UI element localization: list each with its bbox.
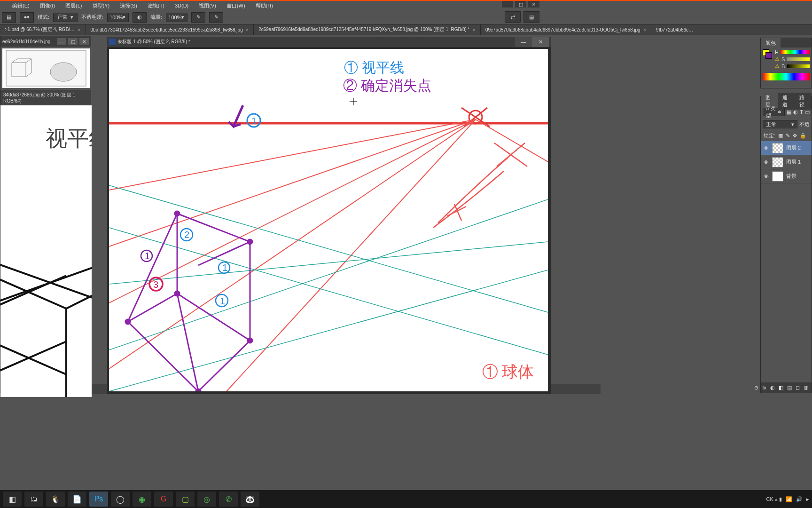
tab-paths[interactable]: 路径 [795,93,812,110]
color-panel[interactable]: 颜色 H ⚠S ⚠B [760,38,812,88]
minimize-button[interactable]: — [502,1,513,8]
close-icon[interactable]: × [246,27,249,32]
layer-thumbnail[interactable] [772,171,783,182]
layer-row[interactable]: 👁背景 [761,169,812,183]
doc-tab-3[interactable]: 2c69aaf796916fe5dd9a88ec1989cd7125445af4… [254,24,481,35]
layer-name[interactable]: 图层 2 [786,144,801,151]
taskbar-app-3[interactable]: ◎ [197,492,216,507]
menu-window[interactable]: 窗口(W) [223,1,249,10]
float-window-titlebar[interactable]: ed62a61fd3104e1b.jpg — ▢ ✕ [0,36,91,47]
main-doc-titlebar[interactable]: 未标题-1 @ 50% (图层 2, RGB/8) * — ✕ [107,37,551,47]
minimize-button[interactable]: — [515,37,532,47]
mask-icon[interactable]: ◐ [770,385,775,391]
adjust-icon[interactable]: ◧ [779,385,783,391]
doc-tab-5[interactable]: 9fb772a04b66c… [651,24,698,35]
taskbar-browser[interactable]: ◉ [133,492,151,507]
menu-image[interactable]: 图像(I) [36,1,59,10]
b-slider[interactable] [787,64,810,68]
network-icon[interactable]: 📶 [786,496,792,502]
close-button[interactable]: ✕ [528,1,539,8]
filter-pixel-icon[interactable]: ▦ [787,109,791,115]
flow-input[interactable]: 100%▾ [166,13,187,22]
minimize-button[interactable]: — [57,38,66,45]
menu-3d[interactable]: 3D(D) [171,2,192,9]
close-button[interactable]: ✕ [79,38,89,45]
menu-help[interactable]: 帮助(H) [252,1,277,10]
new-layer-icon[interactable]: ◻ [796,385,800,391]
brush-preset-icon[interactable]: ●▾ [20,12,34,23]
menu-type[interactable]: 类型(Y) [89,1,114,10]
tool-preset-icon[interactable]: ▤ [2,12,16,23]
layer-thumbnail[interactable] [772,157,783,167]
lock-paint-icon[interactable]: ✎ [786,133,790,139]
tab-channels[interactable]: 通道 [778,93,795,110]
taskbar-photoshop[interactable]: Ps [89,492,108,507]
collapse-left-icon[interactable]: ⇄ [505,11,521,23]
menu-view[interactable]: 视图(V) [195,1,220,10]
start-button[interactable]: ◧ [3,492,22,507]
visibility-icon[interactable]: 👁 [763,145,769,151]
pressure-size-icon[interactable]: ✎̲ [209,12,223,23]
taskbar-notes[interactable]: 📄 [68,492,86,507]
airbrush-icon[interactable]: ✎ [191,12,205,23]
taskbar-music[interactable]: G [154,492,173,507]
filter-type-icon[interactable]: T [800,109,803,115]
system-tray[interactable]: CK ▵ ▮ 📶 🔊 ▸ [766,496,809,502]
color-tab[interactable]: 颜色 [761,38,781,48]
windows-taskbar[interactable]: ◧ 🗂 🐧 📄 Ps ◯ ◉ G ▢ ◎ ✆ 🐼 CK ▵ ▮ 📶 🔊 ▸ [0,490,812,508]
taskbar-qq[interactable]: 🐧 [46,492,65,507]
tray-more-icon[interactable]: ▸ [806,496,809,502]
link-icon[interactable]: ⊖ [754,385,758,391]
close-button[interactable]: ✕ [532,37,549,47]
reference-image-window[interactable]: ed62a61fd3104e1b.jpg — ▢ ✕ 840da872686.j… [0,36,91,393]
fx-icon[interactable]: fx [762,385,766,390]
close-icon[interactable]: × [643,27,646,32]
visibility-icon[interactable]: 👁 [763,174,769,179]
main-canvas[interactable]: 1 2 1 3 1 1 ① 视平线 ② 确定消失点 ① 球体 [109,49,548,391]
layer-thumbnail[interactable] [772,143,783,153]
layer-name[interactable]: 图层 1 [786,159,801,166]
main-document-window[interactable]: 未标题-1 @ 50% (图层 2, RGB/8) * — ✕ [107,37,551,394]
blend-mode-select[interactable]: 正常 ▾ [53,13,78,22]
blend-mode[interactable]: 正常▾ [763,120,797,128]
close-icon[interactable]: × [78,27,80,32]
s-slider[interactable] [787,57,810,61]
menu-filter[interactable]: 滤镜(T) [144,1,168,10]
layer-row[interactable]: 👁图层 2 [761,141,812,155]
float-title-2[interactable]: 840da872686.jpg @ 300% (图层 1, RGB/8#) [0,90,91,105]
h-slider[interactable] [781,50,810,54]
background-swatch[interactable] [765,52,772,59]
menu-select[interactable]: 选择(S) [116,1,141,10]
maximize-button[interactable]: ▢ [68,38,78,45]
taskbar-wechat[interactable]: ✆ [219,492,238,507]
volume-icon[interactable]: 🔊 [796,496,803,502]
doc-tab-2[interactable]: 0bafdb17304f172453aab25deebdfaec5cc2233c… [86,24,254,35]
pressure-opacity-icon[interactable]: ◐ [133,12,147,23]
layer-row[interactable]: 👁图层 1 [761,155,812,169]
color-ramp[interactable] [763,73,810,80]
lock-trans-icon[interactable]: ▦ [778,133,783,139]
taskbar-explorer[interactable]: 🗂 [24,492,43,507]
opacity-input[interactable]: 100%▾ [107,13,129,22]
layer-list: 👁图层 2👁图层 1👁背景 [761,141,812,183]
taskbar-app-4[interactable]: 🐼 [241,492,259,507]
layers-panel[interactable]: 图层 通道 路径 ⌕ 类型≑ ▦ ◐ T ▭ 正常▾ 不透 锁定: ▦ ✎ ✥ … [760,96,812,393]
lock-all-icon[interactable]: 🔒 [800,133,806,139]
group-icon[interactable]: ▤ [787,385,792,391]
doc-tab-4[interactable]: 09c7ad570fa3b68abab4afd6897dbbb39e4c2d3c… [481,24,651,35]
filter-adjust-icon[interactable]: ◐ [793,109,798,115]
layer-name[interactable]: 背景 [786,173,796,180]
collapse-right-icon[interactable]: ▤ [523,11,539,23]
taskbar-app-2[interactable]: ▢ [176,492,195,507]
doc-tab-1[interactable]: :-1.psd @ 66.7% (图层 4, RGB/…× [0,24,86,35]
filter-shape-icon[interactable]: ▭ [805,109,810,115]
kind-filter[interactable]: ⌕ 类型≑ [763,108,785,116]
menu-layer[interactable]: 图层(L) [62,1,86,10]
visibility-icon[interactable]: 👁 [763,159,769,165]
menu-edit[interactable]: 编辑(E) [8,1,33,10]
trash-icon[interactable]: 🗑 [804,385,809,390]
taskbar-app-1[interactable]: ◯ [111,492,130,507]
close-icon[interactable]: × [473,27,476,32]
lock-move-icon[interactable]: ✥ [793,133,797,139]
maximize-button[interactable]: ▢ [515,1,526,8]
